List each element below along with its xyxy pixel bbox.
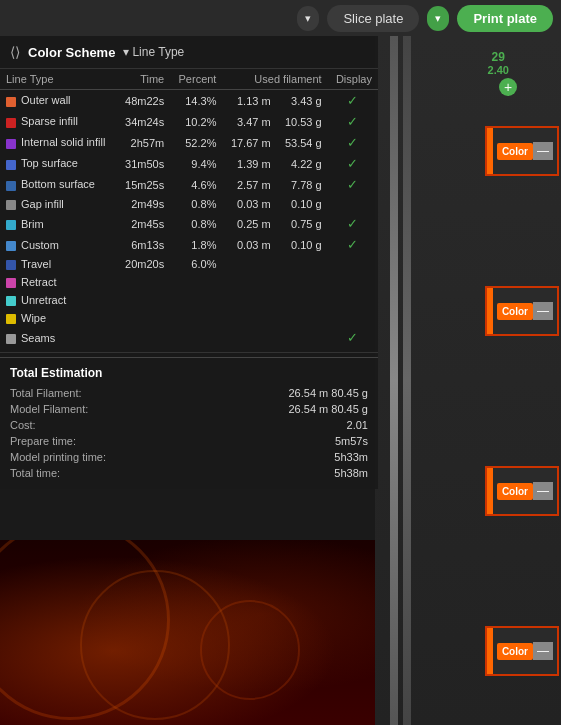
cell-name: Bottom surface <box>0 174 117 195</box>
cell-weight <box>277 327 328 348</box>
total-row-value: 2.01 <box>347 419 368 431</box>
cell-time <box>117 327 171 348</box>
check-icon[interactable]: ✓ <box>347 330 358 345</box>
cell-display[interactable] <box>328 195 378 213</box>
cell-percent: 10.2% <box>170 111 222 132</box>
cell-percent <box>170 291 222 309</box>
cell-length: 3.47 m <box>222 111 276 132</box>
panel-header: ⟨⟩ Color Scheme ▾ Line Type <box>0 36 378 69</box>
cell-name-text: Unretract <box>21 294 66 306</box>
cell-name-text: Bottom surface <box>21 178 95 190</box>
cell-time: 6m13s <box>117 234 171 255</box>
color-indicator <box>6 220 16 230</box>
cell-name-text: Internal solid infill <box>21 136 105 148</box>
color-button-1[interactable]: Color <box>497 143 533 160</box>
cell-name-text: Brim <box>21 218 44 230</box>
cell-length <box>222 255 276 273</box>
color-indicator <box>6 181 16 191</box>
cell-display[interactable]: ✓ <box>328 132 378 153</box>
cell-name-text: Travel <box>21 258 51 270</box>
minus-button-4[interactable]: — <box>533 642 553 660</box>
cell-time: 15m25s <box>117 174 171 195</box>
cell-percent: 9.4% <box>170 153 222 174</box>
cell-weight <box>277 291 328 309</box>
table-row: Internal solid infill2h57m52.2%17.67 m53… <box>0 132 378 153</box>
cell-percent: 1.8% <box>170 234 222 255</box>
color-indicator <box>6 160 16 170</box>
print-chevron-btn[interactable]: ▾ <box>427 6 449 31</box>
line-type-dropdown[interactable]: ▾ Line Type <box>123 45 184 59</box>
slice-plate-label: Slice plate <box>343 11 403 26</box>
table-row: Brim2m45s0.8%0.25 m0.75 g✓ <box>0 213 378 234</box>
collapse-icon[interactable]: ⟨⟩ <box>10 44 20 60</box>
cell-display[interactable]: ✓ <box>328 213 378 234</box>
cell-weight: 0.10 g <box>277 195 328 213</box>
cell-name-text: Retract <box>21 276 56 288</box>
panel-content-1: Color — <box>493 138 557 164</box>
cell-name-text: Outer wall <box>21 94 71 106</box>
cell-length: 0.25 m <box>222 213 276 234</box>
cell-display[interactable]: ✓ <box>328 111 378 132</box>
cell-display[interactable]: ✓ <box>328 153 378 174</box>
cell-display[interactable]: ✓ <box>328 90 378 112</box>
cell-display[interactable]: ✓ <box>328 174 378 195</box>
cell-display[interactable] <box>328 255 378 273</box>
cell-percent: 0.8% <box>170 213 222 234</box>
total-row: Model Filament:26.54 m 80.45 g <box>10 401 368 417</box>
table-row: Wipe <box>0 309 378 327</box>
left-panel: ⟨⟩ Color Scheme ▾ Line Type Line Type Ti… <box>0 36 378 489</box>
check-icon[interactable]: ✓ <box>347 135 358 150</box>
minus-button-2[interactable]: — <box>533 302 553 320</box>
cell-time: 2m49s <box>117 195 171 213</box>
total-row-value: 26.54 m 80.45 g <box>288 387 368 399</box>
check-icon[interactable]: ✓ <box>347 93 358 108</box>
printer-bar-1 <box>390 36 398 725</box>
check-icon[interactable]: ✓ <box>347 156 358 171</box>
total-row-label: Model printing time: <box>10 451 140 463</box>
cell-percent <box>170 327 222 348</box>
color-indicator <box>6 241 16 251</box>
printer-bar-2 <box>403 36 411 725</box>
check-icon[interactable]: ✓ <box>347 177 358 192</box>
cell-name-text: Sparse infill <box>21 115 78 127</box>
cell-name: Travel <box>0 255 117 273</box>
slice-chevron-btn[interactable]: ▾ <box>297 6 319 31</box>
table-row: Sparse infill34m24s10.2%3.47 m10.53 g✓ <box>0 111 378 132</box>
cell-name-text: Seams <box>21 332 55 344</box>
check-icon[interactable]: ✓ <box>347 216 358 231</box>
total-row-value: 5h38m <box>334 467 368 479</box>
color-button-3[interactable]: Color <box>497 483 533 500</box>
add-layer-button[interactable]: + <box>499 78 517 96</box>
print-plate-button[interactable]: Print plate <box>457 5 553 32</box>
cell-name: Outer wall <box>0 90 117 112</box>
minus-button-3[interactable]: — <box>533 482 553 500</box>
cell-display[interactable] <box>328 273 378 291</box>
cell-display[interactable] <box>328 309 378 327</box>
line-type-table: Line Type Time Percent Used filament Dis… <box>0 69 378 348</box>
total-title: Total Estimation <box>10 366 368 380</box>
cell-name: Wipe <box>0 309 117 327</box>
table-row: Unretract <box>0 291 378 309</box>
check-icon[interactable]: ✓ <box>347 114 358 129</box>
cell-length: 1.13 m <box>222 90 276 112</box>
col-header-time: Time <box>117 69 171 90</box>
section-divider <box>0 352 378 353</box>
cell-weight <box>277 255 328 273</box>
cell-display[interactable] <box>328 291 378 309</box>
cell-time: 2m45s <box>117 213 171 234</box>
color-button-2[interactable]: Color <box>497 303 533 320</box>
print-plate-label: Print plate <box>473 11 537 26</box>
cell-display[interactable]: ✓ <box>328 327 378 348</box>
table-row: Bottom surface15m25s4.6%2.57 m7.78 g✓ <box>0 174 378 195</box>
check-icon[interactable]: ✓ <box>347 237 358 252</box>
cell-display[interactable]: ✓ <box>328 234 378 255</box>
color-scheme-title: Color Scheme <box>28 45 115 60</box>
total-row: Model printing time:5h33m <box>10 449 368 465</box>
minus-button-1[interactable]: — <box>533 142 553 160</box>
total-row-value: 5h33m <box>334 451 368 463</box>
color-indicator <box>6 278 16 288</box>
color-button-4[interactable]: Color <box>497 643 533 660</box>
total-row: Prepare time:5m57s <box>10 433 368 449</box>
slice-plate-button[interactable]: Slice plate <box>327 5 419 32</box>
total-rows-container: Total Filament:26.54 m 80.45 gModel Fila… <box>10 385 368 481</box>
